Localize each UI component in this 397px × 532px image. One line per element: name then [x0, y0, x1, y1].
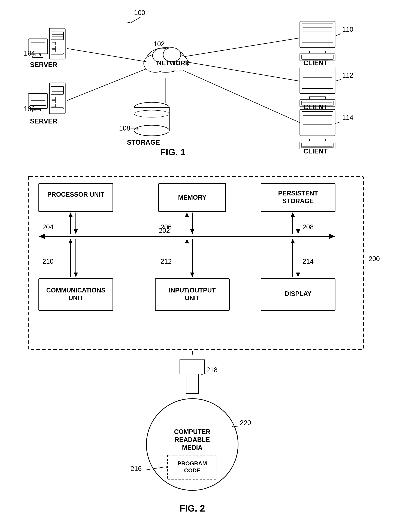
svg-line-105 [185, 38, 300, 56]
svg-rect-80 [310, 97, 325, 99]
svg-text:112: 112 [342, 72, 353, 79]
svg-rect-43 [52, 104, 56, 107]
svg-rect-96 [302, 143, 333, 148]
svg-text:STORAGE: STORAGE [282, 197, 314, 205]
svg-rect-66 [310, 51, 325, 53]
svg-line-73 [335, 33, 341, 36]
svg-text:108: 108 [119, 124, 130, 132]
svg-text:210: 210 [42, 258, 53, 265]
svg-text:114: 114 [342, 114, 353, 121]
svg-line-0 [130, 17, 141, 23]
svg-rect-22 [52, 46, 56, 49]
svg-rect-61 [302, 23, 333, 43]
svg-point-52 [134, 125, 169, 136]
svg-text:PROGRAM: PROGRAM [177, 460, 207, 467]
svg-rect-42 [52, 100, 56, 103]
svg-rect-31 [30, 95, 46, 105]
svg-text:MEMORY: MEMORY [178, 194, 206, 201]
svg-rect-23 [52, 49, 56, 52]
svg-rect-89 [302, 111, 333, 131]
svg-text:200: 200 [369, 255, 380, 262]
svg-text:214: 214 [303, 258, 314, 265]
svg-text:216: 216 [130, 465, 142, 472]
svg-rect-24 [51, 53, 63, 54]
svg-text:PERSISTENT: PERSISTENT [278, 190, 318, 197]
page: 100 NETWORK 102 [0, 0, 397, 532]
svg-text:FIG. 2: FIG. 2 [180, 503, 205, 513]
svg-text:MEDIA: MEDIA [182, 444, 203, 451]
svg-text:CODE: CODE [184, 467, 200, 474]
fig1-container: 100 NETWORK 102 [14, 7, 385, 159]
svg-line-102 [67, 49, 146, 62]
svg-text:220: 220 [240, 419, 251, 427]
ref-100: 100 [134, 9, 145, 16]
svg-text:204: 204 [42, 223, 53, 231]
svg-text:CLIENT: CLIENT [303, 59, 328, 67]
svg-text:SERVER: SERVER [30, 61, 57, 68]
svg-text:CLIENT: CLIENT [303, 148, 328, 155]
svg-text:106: 106 [24, 105, 35, 112]
svg-text:SERVER: SERVER [30, 118, 57, 125]
svg-rect-21 [52, 42, 56, 45]
svg-line-101 [335, 122, 341, 124]
svg-rect-18 [51, 32, 63, 40]
svg-text:COMMUNICATIONS: COMMUNICATIONS [46, 287, 105, 294]
svg-text:110: 110 [342, 26, 353, 33]
svg-rect-44 [51, 108, 63, 109]
svg-text:206: 206 [161, 223, 172, 231]
svg-rect-41 [52, 97, 56, 100]
svg-text:218: 218 [206, 366, 217, 374]
fig2-container: 200 PROCESSOR UNIT MEMORY PERSISTENT STO… [14, 169, 385, 522]
svg-line-1 [127, 22, 130, 23]
svg-line-106 [185, 62, 300, 81]
svg-text:UNIT: UNIT [185, 294, 200, 302]
svg-line-87 [335, 79, 341, 81]
svg-text:102: 102 [153, 40, 165, 48]
svg-rect-38 [51, 87, 63, 94]
svg-text:COMPUTER: COMPUTER [174, 428, 211, 435]
svg-rect-11 [30, 40, 46, 51]
svg-marker-164 [180, 360, 205, 393]
svg-text:FIG. 1: FIG. 1 [160, 147, 186, 157]
svg-text:212: 212 [161, 258, 172, 265]
svg-text:NETWORK: NETWORK [157, 59, 190, 67]
svg-text:104: 104 [24, 49, 35, 57]
svg-rect-75 [302, 69, 333, 89]
svg-text:208: 208 [303, 223, 314, 231]
svg-text:DISPLAY: DISPLAY [285, 290, 312, 297]
svg-text:STORAGE: STORAGE [127, 139, 160, 146]
svg-text:READABLE: READABLE [175, 436, 210, 443]
svg-rect-94 [310, 139, 325, 141]
svg-text:PROCESSOR UNIT: PROCESSOR UNIT [47, 191, 104, 198]
svg-rect-68 [302, 55, 333, 59]
svg-line-103 [67, 69, 146, 100]
svg-text:UNIT: UNIT [68, 294, 83, 302]
svg-text:INPUT/OUTPUT: INPUT/OUTPUT [169, 287, 216, 294]
